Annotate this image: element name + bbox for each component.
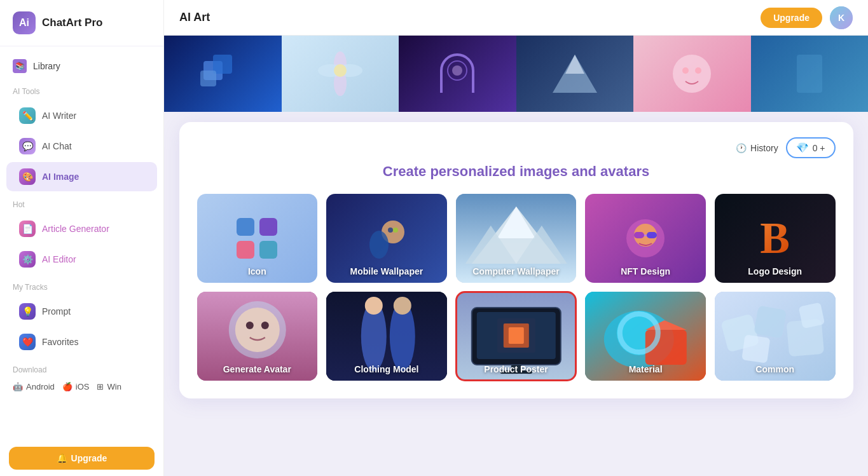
svg-rect-33: [634, 232, 644, 238]
article-generator-icon: 📄: [19, 221, 36, 237]
card-mobile-wallpaper[interactable]: Mobile Wallpaper: [326, 194, 447, 283]
sidebar-upgrade-button[interactable]: 🔔 Upgrade: [9, 447, 155, 470]
prompt-icon: 💡: [19, 303, 36, 320]
svg-marker-13: [565, 55, 584, 74]
ai-writer-label: AI Writer: [42, 111, 76, 121]
card-computer-wallpaper-label: Computer Wallpaper: [456, 266, 577, 276]
ai-editor-icon: ⚙️: [19, 251, 36, 268]
platform-win[interactable]: ⊞ Win: [97, 382, 121, 391]
svg-rect-17: [797, 55, 822, 93]
svg-rect-20: [237, 241, 254, 259]
ai-chat-icon: 💬: [19, 138, 36, 154]
sidebar-item-favorites[interactable]: ❤️ Favorites: [6, 327, 157, 357]
android-label: Android: [26, 382, 55, 391]
card-generate-avatar[interactable]: Generate Avatar: [197, 292, 318, 381]
topbar-right: Upgrade K: [761, 6, 853, 29]
svg-rect-64: [741, 334, 770, 363]
card-nft-design[interactable]: NFT Design: [585, 194, 706, 283]
svg-rect-3: [213, 55, 232, 74]
sidebar: Ai ChatArt Pro 📚 Library AI Tools ✏️ AI …: [0, 0, 164, 476]
card-material-label: Material: [585, 364, 706, 374]
sidebar-item-ai-writer[interactable]: ✏️ AI Writer: [6, 101, 157, 130]
library-label: Library: [33, 61, 60, 71]
svg-text:K: K: [838, 13, 844, 23]
ai-writer-icon: ✏️: [19, 107, 36, 124]
svg-point-43: [365, 297, 383, 315]
modal-container: 🕐 History 💎 0 + Create personalized imag…: [164, 112, 868, 476]
category-modal: 🕐 History 💎 0 + Create personalized imag…: [179, 122, 853, 398]
svg-point-25: [369, 231, 389, 259]
page-title: AI Art: [179, 11, 210, 24]
download-platforms: 🤖 Android 🍎 iOS ⊞ Win: [0, 378, 163, 395]
svg-point-24: [393, 228, 398, 233]
section-ai-tools: AI Tools: [0, 79, 163, 100]
card-mobile-wallpaper-label: Mobile Wallpaper: [326, 266, 447, 276]
sidebar-item-ai-editor[interactable]: ⚙️ AI Editor: [6, 245, 157, 274]
section-download: Download: [0, 358, 163, 378]
avatar[interactable]: K: [830, 6, 853, 29]
card-clothing-model-label: Clothing Model: [326, 364, 447, 374]
sidebar-item-article-generator[interactable]: 📄 Article Generator: [6, 214, 157, 243]
sidebar-item-ai-chat[interactable]: 💬 AI Chat: [6, 132, 157, 161]
app-name: ChatArt Pro: [42, 17, 102, 29]
svg-rect-62: [754, 306, 787, 339]
card-product-poster[interactable]: Product Poster: [456, 292, 577, 381]
sidebar-item-ai-image[interactable]: 🎨 AI Image: [6, 162, 157, 191]
favorites-icon: ❤️: [19, 334, 36, 350]
card-generate-avatar-label: Generate Avatar: [197, 364, 318, 374]
svg-rect-65: [799, 303, 825, 329]
prompt-label: Prompt: [42, 306, 71, 316]
card-material[interactable]: Material: [585, 292, 706, 381]
svg-point-16: [695, 67, 701, 74]
platform-android[interactable]: 🤖 Android: [13, 382, 55, 391]
ios-label: iOS: [76, 382, 90, 391]
card-common-label: Common: [715, 364, 836, 374]
upgrade-icon: 🔔: [57, 453, 67, 463]
modal-title: Create personalized images and avatars: [197, 163, 836, 180]
card-clothing-model[interactable]: Clothing Model: [326, 292, 447, 381]
svg-point-23: [388, 228, 393, 233]
banner-img-2: [282, 36, 399, 112]
gems-button[interactable]: 💎 0 +: [786, 137, 836, 158]
card-common[interactable]: Common: [715, 292, 836, 381]
category-grid: Icon Mobile Wallpaper: [197, 194, 836, 381]
svg-point-14: [673, 55, 711, 93]
banner-img-4: [516, 36, 634, 112]
banner-img-1: [164, 36, 282, 112]
card-logo-design-label: Logo Design: [715, 266, 836, 276]
upgrade-button[interactable]: Upgrade: [761, 8, 822, 28]
ios-icon: 🍎: [62, 382, 72, 391]
sidebar-item-library[interactable]: 📚 Library: [0, 53, 163, 79]
card-computer-wallpaper[interactable]: Computer Wallpaper: [456, 194, 577, 283]
android-icon: 🤖: [13, 382, 23, 391]
banner-strip: [164, 36, 868, 112]
ai-image-label: AI Image: [42, 172, 79, 182]
win-icon: ⊞: [97, 382, 104, 391]
sidebar-item-prompt[interactable]: 💡 Prompt: [6, 297, 157, 326]
gem-icon: 💎: [796, 142, 809, 154]
history-button[interactable]: 🕐 History: [736, 143, 778, 153]
ai-image-icon: 🎨: [19, 168, 36, 185]
svg-rect-4: [200, 71, 216, 86]
gems-label: 0 +: [813, 143, 825, 153]
card-nft-design-label: NFT Design: [585, 266, 706, 276]
platform-ios[interactable]: 🍎 iOS: [62, 382, 90, 391]
ai-chat-label: AI Chat: [42, 141, 72, 151]
svg-point-38: [235, 308, 279, 352]
history-icon: 🕐: [736, 143, 747, 153]
svg-rect-21: [259, 241, 277, 259]
logo-b-visual: B: [760, 213, 790, 264]
win-label: Win: [107, 382, 121, 391]
svg-point-45: [394, 297, 411, 315]
svg-rect-18: [237, 218, 254, 236]
svg-point-40: [261, 322, 268, 329]
svg-rect-35: [644, 235, 647, 236]
svg-point-15: [682, 67, 689, 74]
history-label: History: [750, 143, 778, 153]
card-icon[interactable]: Icon: [197, 194, 318, 283]
svg-point-39: [245, 322, 253, 329]
card-logo-design[interactable]: B Logo Design: [715, 194, 836, 283]
app-logo[interactable]: Ai ChatArt Pro: [0, 0, 163, 46]
banner-img-5: [633, 36, 751, 112]
upgrade-label: Upgrade: [71, 453, 107, 463]
